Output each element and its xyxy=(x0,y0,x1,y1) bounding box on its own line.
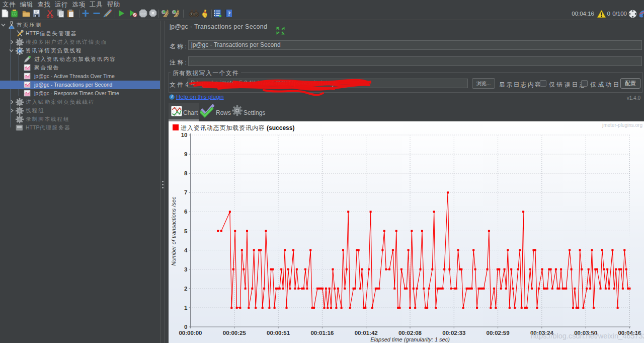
svg-text:3: 3 xyxy=(184,266,187,272)
svg-text:jmeter-plugins.org: jmeter-plugins.org xyxy=(602,122,642,128)
svg-text:00:00:00: 00:00:00 xyxy=(179,330,202,336)
svg-text:STOP: STOP xyxy=(140,13,146,15)
svg-text:00:02:33: 00:02:33 xyxy=(442,330,465,336)
svg-text:10: 10 xyxy=(181,132,188,138)
svg-text:00:00:51: 00:00:51 xyxy=(267,330,290,336)
svg-text:https://blog.csdn.net/weixin_4: https://blog.csdn.net/weixin_46573262 xyxy=(531,332,644,340)
svg-text:2: 2 xyxy=(184,286,187,292)
svg-text:?: ? xyxy=(228,10,231,17)
svg-text:1: 1 xyxy=(184,305,188,311)
svg-text:6: 6 xyxy=(184,209,187,215)
svg-text:Elapsed time (granularity: 1 s: Elapsed time (granularity: 1 sec) xyxy=(370,336,450,342)
svg-text:Number of transactions /sec: Number of transactions /sec xyxy=(171,196,177,265)
svg-text:00:01:42: 00:01:42 xyxy=(355,330,378,336)
svg-text:4: 4 xyxy=(184,247,188,253)
svg-text:00:00:25: 00:00:25 xyxy=(223,330,247,336)
svg-text:9: 9 xyxy=(184,151,187,157)
svg-text:7: 7 xyxy=(184,189,187,195)
svg-text:5: 5 xyxy=(184,228,188,234)
svg-text:进入资讯动态页加载资讯内容 (success): 进入资讯动态页加载资讯内容 (success) xyxy=(181,124,294,131)
svg-text:00:01:16: 00:01:16 xyxy=(310,330,334,336)
svg-text:00:02:59: 00:02:59 xyxy=(487,330,510,336)
svg-text:8: 8 xyxy=(184,170,188,176)
svg-text:00:02:08: 00:02:08 xyxy=(398,330,422,336)
svg-text:0: 0 xyxy=(184,324,187,330)
